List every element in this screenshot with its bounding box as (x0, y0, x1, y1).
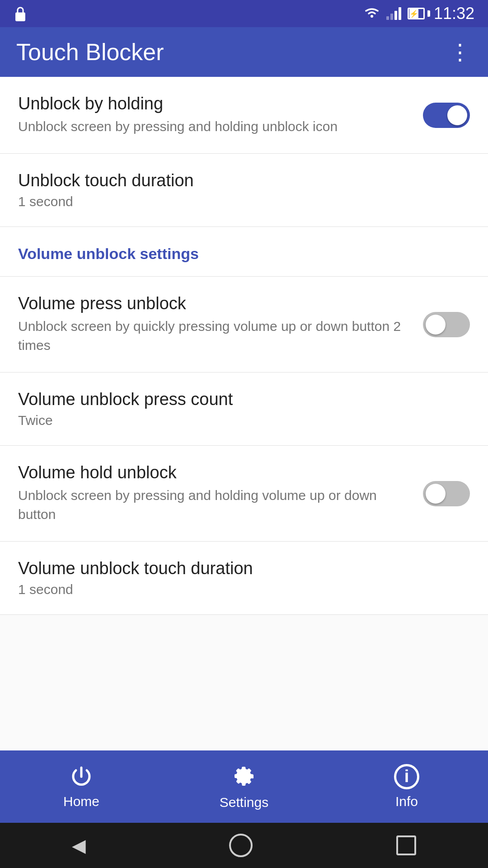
system-nav-bar: ◀ (0, 823, 488, 868)
setting-volume-press-unblock-text: Volume press unblock Unblock screen by q… (18, 294, 423, 355)
more-menu-button[interactable]: ⋮ (449, 39, 472, 65)
setting-unblock-touch-duration[interactable]: Unblock touch duration 1 second (0, 154, 488, 227)
nav-home-label: Home (63, 794, 99, 809)
setting-volume-hold-unblock-title: Volume hold unblock (18, 463, 409, 482)
lock-icon (14, 6, 27, 21)
setting-volume-unblock-touch-duration-text: Volume unblock touch duration 1 second (18, 559, 470, 597)
svg-point-1 (371, 15, 373, 18)
nav-item-info[interactable]: i Info (325, 764, 488, 809)
wifi-icon (364, 6, 380, 21)
setting-unblock-touch-duration-value: 1 second (18, 194, 456, 209)
setting-volume-hold-unblock-text: Volume hold unblock Unblock screen by pr… (18, 463, 423, 524)
status-time: 11:32 (434, 4, 474, 23)
gear-icon (231, 763, 257, 790)
toggle-knob (426, 315, 446, 335)
battery-icon: ⚡ (408, 8, 427, 19)
setting-volume-unblock-touch-duration-title: Volume unblock touch duration (18, 559, 456, 578)
setting-volume-press-unblock-title: Volume press unblock (18, 294, 409, 313)
toggle-knob (426, 484, 446, 504)
svg-rect-0 (15, 13, 25, 21)
setting-volume-press-unblock[interactable]: Volume press unblock Unblock screen by q… (0, 277, 488, 373)
setting-volume-press-unblock-subtitle: Unblock screen by quickly pressing volum… (18, 317, 409, 355)
info-circle-icon: i (394, 764, 419, 789)
status-bar-left (14, 6, 27, 21)
setting-volume-unblock-press-count-text: Volume unblock press count Twice (18, 390, 470, 428)
setting-volume-hold-unblock[interactable]: Volume hold unblock Unblock screen by pr… (0, 446, 488, 542)
app-bar: Touch Blocker ⋮ (0, 27, 488, 77)
setting-unblock-by-holding-title: Unblock by holding (18, 94, 409, 113)
signal-icon (386, 7, 401, 20)
setting-volume-hold-unblock-subtitle: Unblock screen by pressing and holding v… (18, 486, 409, 524)
settings-content: Unblock by holding Unblock screen by pre… (0, 77, 488, 750)
status-bar: ⚡ 11:32 (0, 0, 488, 27)
setting-unblock-by-holding[interactable]: Unblock by holding Unblock screen by pre… (0, 77, 488, 154)
nav-item-home[interactable]: Home (0, 764, 163, 809)
setting-volume-unblock-press-count-title: Volume unblock press count (18, 390, 456, 409)
nav-settings-label: Settings (220, 795, 268, 810)
volume-hold-unblock-toggle[interactable] (423, 481, 470, 506)
setting-volume-unblock-press-count[interactable]: Volume unblock press count Twice (0, 373, 488, 446)
nav-item-settings[interactable]: Settings (163, 763, 325, 810)
back-button[interactable]: ◀ (72, 835, 86, 856)
setting-unblock-touch-duration-title: Unblock touch duration (18, 171, 456, 190)
home-button[interactable] (229, 834, 253, 857)
setting-volume-unblock-touch-duration[interactable]: Volume unblock touch duration 1 second (0, 542, 488, 615)
toggle-knob (447, 105, 467, 125)
setting-volume-unblock-press-count-value: Twice (18, 413, 456, 428)
setting-unblock-by-holding-text: Unblock by holding Unblock screen by pre… (18, 94, 423, 136)
power-icon (69, 764, 94, 789)
volume-press-unblock-toggle[interactable] (423, 312, 470, 337)
setting-unblock-touch-duration-text: Unblock touch duration 1 second (18, 171, 470, 209)
status-bar-right: ⚡ 11:32 (364, 4, 474, 23)
app-title: Touch Blocker (16, 38, 164, 66)
bottom-nav: Home Settings i Info (0, 750, 488, 823)
nav-info-label: Info (395, 794, 418, 809)
volume-unblock-section-header: Volume unblock settings (0, 227, 488, 277)
setting-unblock-by-holding-subtitle: Unblock screen by pressing and holding u… (18, 117, 409, 136)
setting-volume-unblock-touch-duration-value: 1 second (18, 582, 456, 597)
unblock-by-holding-toggle[interactable] (423, 103, 470, 128)
recents-button[interactable] (396, 835, 416, 855)
info-circle-text: i (404, 768, 409, 785)
volume-unblock-section-label: Volume unblock settings (18, 245, 199, 262)
